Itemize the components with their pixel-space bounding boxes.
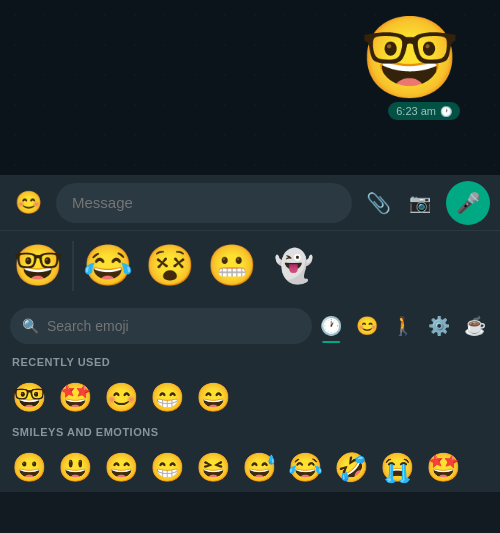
emoji-cell[interactable]: 😁 bbox=[144, 374, 190, 420]
tab-food[interactable]: ☕ bbox=[464, 315, 486, 337]
emoji-cell[interactable]: 🤓 bbox=[6, 374, 52, 420]
emoji-cell[interactable]: 😁 bbox=[144, 444, 190, 490]
smileys-emoji-grid: 😀 😃 😄 😁 😆 😅 😂 🤣 😭 🤩 bbox=[0, 442, 500, 492]
recent-emoji-item[interactable]: 😂 bbox=[78, 236, 138, 296]
emoji-cell[interactable]: 😭 bbox=[374, 444, 420, 490]
tab-activities[interactable]: ⚙️ bbox=[428, 315, 450, 337]
recent-emoji-item[interactable]: 😵 bbox=[140, 236, 200, 296]
category-label-recent: RECENTLY USED bbox=[0, 352, 500, 372]
message-input[interactable] bbox=[56, 183, 352, 223]
big-emoji-container: 🤓 6:23 am 🕐 bbox=[360, 18, 460, 120]
message-bar: 😊 📎 📷 🎤 bbox=[0, 175, 500, 230]
recent-divider bbox=[72, 241, 74, 291]
camera-button[interactable]: 📷 bbox=[404, 187, 436, 219]
timestamp-badge: 6:23 am 🕐 bbox=[388, 102, 460, 120]
emoji-cell[interactable]: 😅 bbox=[236, 444, 282, 490]
attach-button[interactable]: 📎 bbox=[362, 187, 394, 219]
tab-smileys[interactable]: 😊 bbox=[356, 315, 378, 337]
search-row: 🔍 🕐 😊 🚶 ⚙️ ☕ bbox=[0, 300, 500, 352]
emoji-cell[interactable]: 🤣 bbox=[328, 444, 374, 490]
tab-recent[interactable]: 🕐 bbox=[320, 315, 342, 337]
recent-emoji-grid: 🤓 🤩 😊 😁 😄 bbox=[0, 372, 500, 422]
emoji-cell[interactable]: 😄 bbox=[190, 374, 236, 420]
emoji-cell[interactable]: 😄 bbox=[98, 444, 144, 490]
search-icon: 🔍 bbox=[22, 318, 39, 334]
emoji-cell[interactable]: 😂 bbox=[282, 444, 328, 490]
recent-emoji-row: 🤓 😂 😵 😬 👻 bbox=[0, 230, 500, 300]
emoji-cell[interactable]: 😃 bbox=[52, 444, 98, 490]
tab-icons: 🕐 😊 🚶 ⚙️ ☕ bbox=[320, 315, 490, 337]
clock-icon: 🕐 bbox=[440, 106, 452, 117]
emoji-cell[interactable]: 🤩 bbox=[420, 444, 466, 490]
recent-emoji-item[interactable]: 🤓 bbox=[8, 236, 68, 296]
emoji-cell[interactable]: 🤩 bbox=[52, 374, 98, 420]
tab-people[interactable]: 🚶 bbox=[392, 315, 414, 337]
mic-button[interactable]: 🎤 bbox=[446, 181, 490, 225]
emoji-button[interactable]: 😊 bbox=[10, 185, 46, 221]
emoji-cell[interactable]: 😊 bbox=[98, 374, 144, 420]
recent-emoji-item[interactable]: 👻 bbox=[264, 236, 324, 296]
big-emoji: 🤓 bbox=[360, 18, 460, 98]
timestamp-text: 6:23 am bbox=[396, 105, 436, 117]
chat-background: 🤓 6:23 am 🕐 bbox=[0, 0, 500, 175]
emoji-picker: 🔍 🕐 😊 🚶 ⚙️ ☕ RECENTLY USED 🤓 🤩 😊 😁 😄 SMI… bbox=[0, 300, 500, 492]
recent-emoji-item[interactable]: 😬 bbox=[202, 236, 262, 296]
emoji-cell[interactable]: 😀 bbox=[6, 444, 52, 490]
search-box: 🔍 bbox=[10, 308, 312, 344]
search-input[interactable] bbox=[47, 318, 300, 334]
category-label-smileys: SMILEYS AND EMOTIONS bbox=[0, 422, 500, 442]
emoji-cell[interactable]: 😆 bbox=[190, 444, 236, 490]
